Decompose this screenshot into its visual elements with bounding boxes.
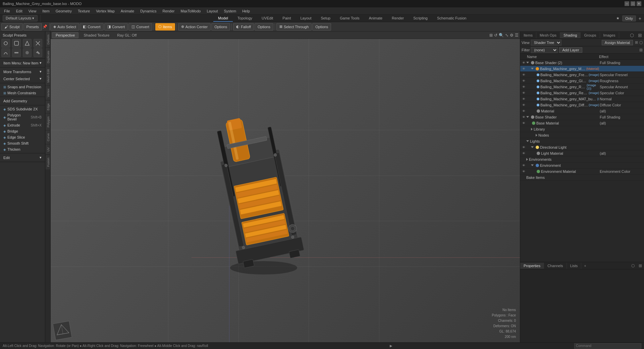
nav-cube[interactable] xyxy=(53,321,72,340)
status-arrow[interactable]: ▶ xyxy=(390,344,392,348)
tool-btn-8[interactable] xyxy=(34,48,42,57)
mesh-constraints-btn[interactable]: ⊞ Mesh Constraints xyxy=(1,90,44,96)
mode-tab-game-tools[interactable]: Game Tools xyxy=(335,15,364,22)
presets-btn[interactable]: Presets xyxy=(23,23,42,31)
vis-icon[interactable]: 👁 xyxy=(522,103,525,107)
options3-btn[interactable]: Options xyxy=(312,23,331,31)
add-tab-btn[interactable]: + xyxy=(639,16,641,21)
vp-tab-perspective[interactable]: Perspective xyxy=(52,32,78,38)
mode-tab-scripting[interactable]: Scripting xyxy=(409,15,432,22)
rb-tab-channels[interactable]: Channels xyxy=(544,263,567,269)
shader-row-refl1[interactable]: 👁 Bailing_Machine_grey_Reflection (Image… xyxy=(520,84,644,90)
menu-geometry[interactable]: Geometry xyxy=(53,8,74,14)
menu-texture[interactable]: Texture xyxy=(75,8,93,14)
shader-row-dir-light[interactable]: 👁 Directional Light xyxy=(520,144,644,150)
shader-row-bake-items[interactable]: Bake Items xyxy=(520,174,644,181)
maximize-btn[interactable]: □ xyxy=(631,1,635,6)
snaps-btn[interactable]: ⊞ Snaps and Precision xyxy=(1,84,44,90)
mode-tab-schematic[interactable]: Schematic Fusion xyxy=(432,15,471,22)
rb-tab-properties[interactable]: Properties xyxy=(520,263,544,269)
vis-icon[interactable]: 👁 xyxy=(522,91,525,95)
tool-btn-1[interactable] xyxy=(1,39,10,48)
right-tab-shading[interactable]: Shading xyxy=(560,32,581,38)
center-selected-btn[interactable]: Center Selected ▾ xyxy=(1,75,44,82)
vis-icon[interactable]: 👁 xyxy=(522,164,525,167)
expand-icon[interactable] xyxy=(536,134,537,137)
shader-row-environments[interactable]: Environments xyxy=(520,156,644,162)
mode-tab-setup[interactable]: Setup xyxy=(316,15,335,22)
sds-subdivide-btn[interactable]: ◈ SDS Subdivide 2X xyxy=(1,106,44,112)
expand-icon[interactable] xyxy=(526,140,529,142)
mode-tab-layout[interactable]: Layout xyxy=(296,15,316,22)
shader-row-light-mat[interactable]: 👁 Light Material (all) xyxy=(520,150,644,156)
edge-slice-btn[interactable]: ◈ Edge Slice xyxy=(1,134,44,140)
expand-icon[interactable] xyxy=(531,128,533,131)
vis-icon[interactable]: 👁 xyxy=(522,85,525,89)
rb-tab-add[interactable]: + xyxy=(581,263,589,269)
thicken-btn[interactable]: ◈ Thicken xyxy=(1,146,44,152)
shader-row-base-shader-1[interactable]: 👁 Base Shader (2) Full Shading xyxy=(520,60,644,66)
vert-tab-mesh-edit[interactable]: Mesh Edit xyxy=(46,66,50,85)
items-btn[interactable]: ⬡ Items xyxy=(155,23,175,31)
mode-tab-model[interactable]: Model xyxy=(213,15,233,22)
vert-tab-duplicate[interactable]: Duplicate xyxy=(46,48,50,66)
vp-icon-menu[interactable]: ☰ xyxy=(515,33,519,38)
options1-btn[interactable]: Options xyxy=(211,23,230,31)
expand-icon[interactable] xyxy=(526,62,529,63)
auto-select-btn[interactable]: ◈ Auto Select xyxy=(50,23,79,31)
mode-tab-topology[interactable]: Topology xyxy=(233,15,257,22)
shader-row-base-material[interactable]: 👁 Base Material (all) xyxy=(520,120,644,126)
vis-icon[interactable]: 👁 xyxy=(522,170,525,173)
action-center-btn[interactable]: ⊕ Action Center xyxy=(178,23,211,31)
menu-animate[interactable]: Animate xyxy=(118,8,137,14)
vert-tab-uv[interactable]: UV xyxy=(46,145,50,154)
vis-icon[interactable]: 👁 xyxy=(522,115,525,119)
vert-tab-polygon[interactable]: Polygon xyxy=(46,114,50,130)
mode-tab-render[interactable]: Render xyxy=(387,15,409,22)
vp-icon-fit[interactable]: ⤡ xyxy=(505,33,508,38)
menu-vertex-map[interactable]: Vertex Map xyxy=(93,8,117,14)
shader-row-library[interactable]: Library xyxy=(520,126,644,132)
filter-settings-icon[interactable]: ⊞ xyxy=(639,48,643,52)
rb-tab-lists[interactable]: Lists xyxy=(567,263,582,269)
smooth-shift-btn[interactable]: ◈ Smooth Shift xyxy=(1,140,44,146)
menu-system[interactable]: System xyxy=(221,8,239,14)
only-btn[interactable]: Only xyxy=(622,15,636,21)
vis-icon[interactable]: 👁 xyxy=(522,97,525,101)
vis-icon[interactable]: 👁 xyxy=(522,109,525,113)
shader-row-lights[interactable]: Lights xyxy=(520,138,644,144)
expand-icon[interactable] xyxy=(526,116,529,118)
viewport-canvas[interactable]: No Items Polygons : Face Channels: 0 Def… xyxy=(51,39,520,342)
presets-pin[interactable]: 📌 xyxy=(43,24,47,29)
right-panel-expand[interactable]: ⬡ xyxy=(628,32,636,39)
mode-tab-paint[interactable]: Paint xyxy=(278,15,296,22)
right-tab-groups[interactable]: Groups xyxy=(581,32,600,38)
shader-row-material[interactable]: 👁 Material (all) xyxy=(520,108,644,114)
bridge-btn[interactable]: ◈ Bridge xyxy=(1,128,44,134)
menu-maxtomodo[interactable]: MaxToModo xyxy=(178,8,204,14)
vis-icon[interactable]: 👁 xyxy=(522,67,525,70)
right-tab-images[interactable]: Images xyxy=(600,32,619,38)
shader-row-refl2[interactable]: 👁 Bailing_Machine_grey_Reflection (Image… xyxy=(520,90,644,96)
filter-select[interactable]: (none) xyxy=(531,47,558,53)
vp-icon-settings[interactable]: ⚙ xyxy=(510,33,514,38)
item-menu-btn[interactable]: Item Menu: New Item ▾ xyxy=(1,59,44,66)
add-geometry-btn[interactable]: Add Geometry xyxy=(1,98,44,104)
mode-tab-uvedit[interactable]: UVEdit xyxy=(257,15,278,22)
star-icon[interactable]: ★ xyxy=(616,16,620,20)
expand-icon[interactable] xyxy=(526,158,528,161)
menu-edit[interactable]: Edit xyxy=(13,8,25,14)
vp-icon-zoom[interactable]: 🔍 xyxy=(499,33,504,38)
menu-layout[interactable]: Layout xyxy=(204,8,220,14)
shader-row-diffuse[interactable]: 👁 Bailing_Machine_grey_Diffuse (Image) D… xyxy=(520,102,644,108)
expand-icon[interactable] xyxy=(531,146,534,148)
add-layer-btn[interactable]: Add Layer xyxy=(559,47,582,53)
shader-expand-icon[interactable]: ⬡ xyxy=(639,40,643,45)
convert1-btn[interactable]: ◧ Convert xyxy=(80,23,104,31)
expand-icon[interactable] xyxy=(531,68,534,69)
vis-icon[interactable]: 👁 xyxy=(522,79,525,83)
menu-help[interactable]: Help xyxy=(239,8,253,14)
mode-tab-animate[interactable]: Animate xyxy=(364,15,387,22)
tool-btn-7[interactable] xyxy=(23,48,32,57)
tool-btn-2[interactable] xyxy=(12,39,21,48)
